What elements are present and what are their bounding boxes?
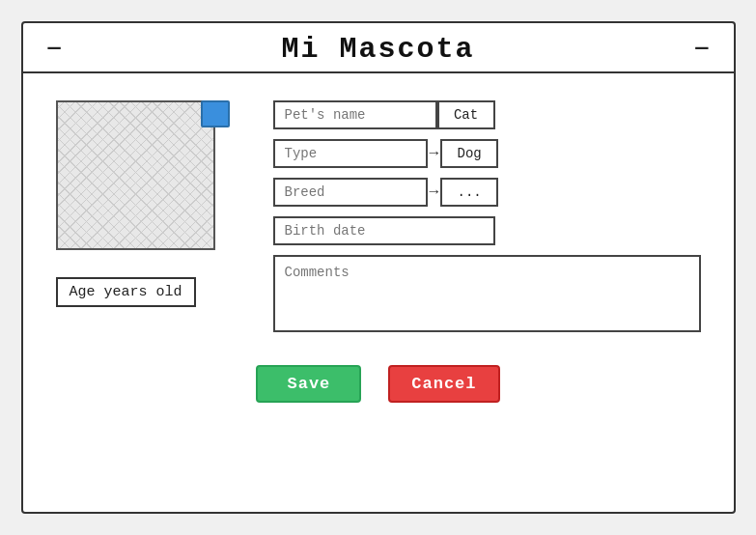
age-display: Age years old xyxy=(56,277,196,307)
type-result-label: Dog xyxy=(440,139,498,168)
close-button[interactable]: — xyxy=(691,39,712,60)
photo-placeholder xyxy=(56,100,215,250)
window-title: Mi Mascota xyxy=(65,33,692,66)
breed-result-label: ... xyxy=(440,178,498,207)
cancel-button[interactable]: Cancel xyxy=(388,365,499,403)
content-area: Age years old Cat → Dog → ... xyxy=(23,73,734,355)
comments-textarea[interactable] xyxy=(273,255,701,332)
pet-name-input[interactable] xyxy=(273,100,437,129)
pet-name-row: Cat xyxy=(273,100,701,129)
left-column: Age years old xyxy=(56,100,244,332)
save-button[interactable]: Save xyxy=(256,365,361,403)
comments-row xyxy=(273,255,701,332)
type-arrow-icon: → xyxy=(428,145,441,162)
species-cat-label: Cat xyxy=(437,100,495,129)
breed-row: → ... xyxy=(273,178,701,207)
breed-arrow-icon: → xyxy=(428,183,441,201)
type-input[interactable] xyxy=(273,139,428,168)
right-column: Cat → Dog → ... xyxy=(273,100,701,332)
title-bar: — Mi Mascota — xyxy=(23,23,734,73)
photo-area xyxy=(56,100,230,260)
birth-date-row xyxy=(273,216,701,245)
minimize-button[interactable]: — xyxy=(44,39,65,60)
add-photo-button[interactable] xyxy=(201,100,230,127)
breed-input[interactable] xyxy=(273,178,428,207)
type-row: → Dog xyxy=(273,139,701,168)
button-row: Save Cancel xyxy=(23,365,734,412)
main-window: — Mi Mascota — Age years old Cat → Dog xyxy=(21,21,736,514)
birth-date-input[interactable] xyxy=(273,216,495,245)
